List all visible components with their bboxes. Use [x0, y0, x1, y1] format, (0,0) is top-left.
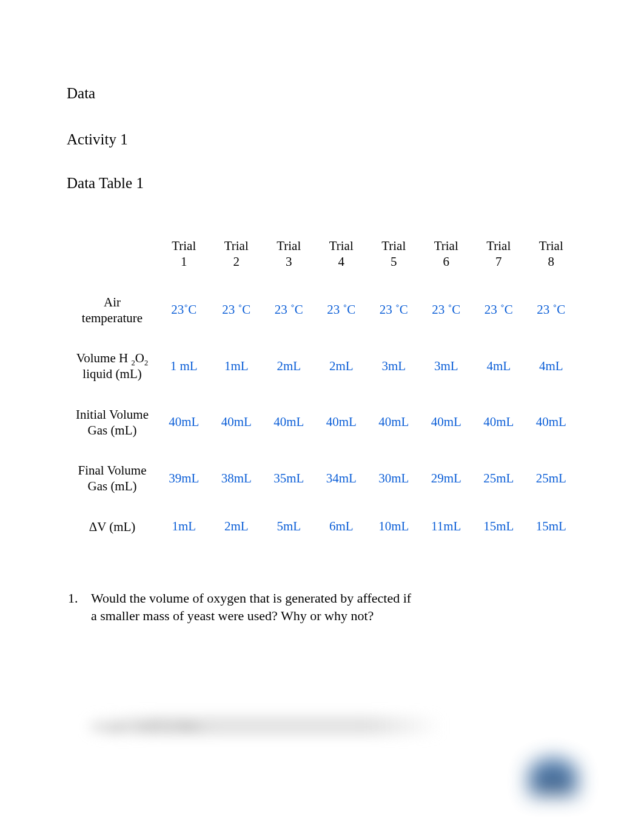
table-cell: 2mL [210, 507, 263, 547]
row-label: Volume H 2O2 liquid (mL) [67, 338, 158, 394]
table-cell: 2mL [263, 338, 315, 394]
blurred-answer-preview: oxygen itself is then… [85, 716, 443, 735]
row-label: ΔV (mL) [67, 507, 158, 547]
table-row: Final VolumeGas (mL) 39mL 38mL 35mL 34mL… [67, 450, 577, 507]
table-cell: 30mL [367, 450, 420, 507]
table-cell: 2mL [315, 338, 368, 394]
row-label: Airtemperature [67, 282, 158, 339]
table-cell: 40mL [367, 394, 420, 451]
table-cell: 40mL [158, 394, 210, 451]
svg-rect-0 [538, 777, 568, 793]
col-header: Trial4 [315, 226, 368, 282]
table-cell: 10mL [367, 507, 420, 547]
row-label: Initial VolumeGas (mL) [67, 394, 158, 451]
row-label: Final VolumeGas (mL) [67, 450, 158, 507]
table-cell: 15mL [525, 507, 578, 547]
data-table: Trial1 Trial2 Trial3 Trial4 Trial5 Trial… [67, 226, 577, 547]
table-cell: 23 ˚C [367, 282, 420, 339]
heading-data: Data [67, 85, 577, 102]
table-cell: 3mL [367, 338, 420, 394]
table-cell: 23 ˚C [525, 282, 578, 339]
table-cell: 35mL [263, 450, 315, 507]
table-cell: 40mL [210, 394, 263, 451]
table-cell: 23 ˚C [263, 282, 315, 339]
table-cell: 40mL [525, 394, 578, 451]
table-cell: 39mL [158, 450, 210, 507]
question-block: 1. Would the volume of oxygen that is ge… [67, 589, 577, 625]
table-cell: 38mL [210, 450, 263, 507]
table-header-row: Trial1 Trial2 Trial3 Trial4 Trial5 Trial… [67, 226, 577, 282]
table-cell: 4mL [525, 338, 578, 394]
table-row: Airtemperature 23˚C 23 ˚C 23 ˚C 23 ˚C 23… [67, 282, 577, 339]
table-cell: 23 ˚C [472, 282, 525, 339]
col-header: Trial1 [158, 226, 210, 282]
question-number: 1. [68, 589, 82, 625]
table-cell: 6mL [315, 507, 368, 547]
table-cell: 1 mL [158, 338, 210, 394]
table-row: ΔV (mL) 1mL 2mL 5mL 6mL 10mL 11mL 15mL 1… [67, 507, 577, 547]
table-cell: 23 ˚C [315, 282, 368, 339]
table-cell: 40mL [263, 394, 315, 451]
table-cell: 1mL [210, 338, 263, 394]
footer-logo-icon [523, 744, 583, 799]
table-cell: 3mL [420, 338, 473, 394]
table-cell: 40mL [472, 394, 525, 451]
table-cell: 23 ˚C [420, 282, 473, 339]
table-cell: 15mL [472, 507, 525, 547]
table-row: Initial VolumeGas (mL) 40mL 40mL 40mL 40… [67, 394, 577, 451]
col-header: Trial2 [210, 226, 263, 282]
table-cell: 5mL [263, 507, 315, 547]
table-cell: 25mL [472, 450, 525, 507]
table-cell: 23 ˚C [210, 282, 263, 339]
col-header: Trial8 [525, 226, 578, 282]
table-cell: 40mL [315, 394, 368, 451]
table-cell: 40mL [420, 394, 473, 451]
col-header: Trial5 [367, 226, 420, 282]
col-header: Trial3 [263, 226, 315, 282]
heading-activity: Activity 1 [67, 131, 577, 148]
col-header: Trial6 [420, 226, 473, 282]
heading-table-title: Data Table 1 [67, 175, 577, 192]
table-cell: 4mL [472, 338, 525, 394]
col-header: Trial7 [472, 226, 525, 282]
table-corner-blank [67, 226, 158, 282]
table-cell: 25mL [525, 450, 578, 507]
table-cell: 23˚C [158, 282, 210, 339]
table-cell: 11mL [420, 507, 473, 547]
table-cell: 34mL [315, 450, 368, 507]
table-cell: 29mL [420, 450, 473, 507]
question-text: Would the volume of oxygen that is gener… [91, 589, 418, 625]
table-row: Volume H 2O2 liquid (mL) 1 mL 1mL 2mL 2m… [67, 338, 577, 394]
table-cell: 1mL [158, 507, 210, 547]
